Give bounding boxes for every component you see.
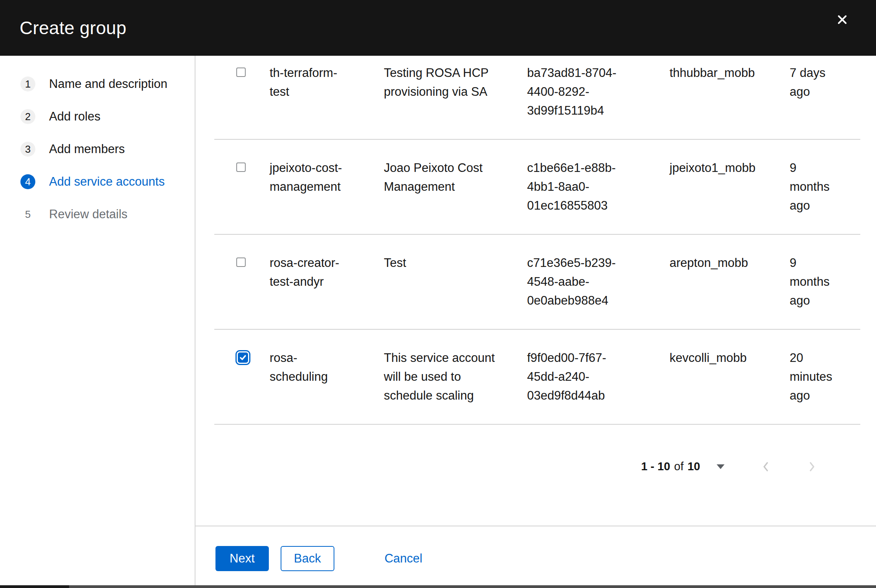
owner: kevcolli_mobb (670, 349, 783, 367)
row-checkbox[interactable] (236, 163, 246, 172)
service-account-name: th-terraform-test (270, 64, 348, 101)
pagination-range: 1 - 10 (641, 460, 670, 473)
step-number: 4 (20, 174, 35, 189)
chevron-right-icon (807, 460, 817, 473)
client-id: c71e36e5-b239-4548-aabe-0e0abeb988e4 (527, 254, 619, 310)
wizard-step-name-and-description[interactable]: 1 Name and description (20, 73, 195, 95)
client-id: ba73ad81-8704-4400-8292-3d99f15119b4 (527, 64, 619, 120)
owner: jpeixoto1_mobb (670, 159, 783, 177)
service-account-description: Joao Peixoto Cost Management (384, 159, 504, 196)
modal-header: Create group (0, 0, 876, 56)
horizontal-scrollbar[interactable] (0, 585, 876, 588)
step-label: Add service accounts (49, 175, 165, 189)
table-row: rosa-creator-test-andyr Test c71e36e5-b2… (214, 235, 860, 330)
time-created: 20 minutes ago (790, 349, 834, 405)
step-label: Name and description (49, 77, 168, 91)
row-checkbox-checked[interactable] (238, 352, 248, 363)
wizard-step-add-members[interactable]: 3 Add members (20, 138, 195, 160)
step-number: 3 (20, 142, 35, 157)
prev-page-button[interactable] (761, 460, 771, 475)
check-icon (239, 354, 246, 361)
client-id: f9f0ed00-7f67-45dd-a240-03ed9f8d44ab (527, 349, 619, 405)
table-row: th-terraform-test Testing ROSA HCP provi… (214, 56, 860, 140)
row-checkbox[interactable] (236, 68, 246, 77)
modal-body: 1 Name and description 2 Add roles 3 Add… (0, 56, 876, 585)
step-label: Add members (49, 142, 125, 156)
time-created: 9 months ago (790, 254, 834, 310)
service-account-name: jpeixoto-cost-management (270, 159, 348, 196)
wizard-footer: Next Back Cancel (195, 526, 876, 585)
next-button[interactable]: Next (215, 546, 269, 571)
caret-down-icon (717, 464, 725, 469)
wizard-step-add-roles[interactable]: 2 Add roles (20, 106, 195, 128)
step-number: 1 (20, 77, 35, 91)
wizard-step-review-details[interactable]: 5 Review details (20, 203, 195, 225)
wizard-nav: 1 Name and description 2 Add roles 3 Add… (0, 56, 195, 585)
step-label: Review details (49, 207, 128, 221)
chevron-left-icon (761, 460, 771, 473)
time-created: 9 months ago (790, 159, 834, 215)
owner: arepton_mobb (670, 254, 783, 272)
service-accounts-table: th-terraform-test Testing ROSA HCP provi… (214, 56, 860, 425)
pagination: 1 - 10 of 10 (195, 425, 876, 526)
service-account-description: This service account will be used to sch… (384, 349, 504, 405)
wizard-step-add-service-accounts[interactable]: 4 Add service accounts (20, 171, 195, 193)
client-id: c1be66e1-e88b-4bb1-8aa0-01ec16855803 (527, 159, 619, 215)
step-number: 5 (20, 207, 35, 222)
service-account-name: rosa-scheduling (270, 349, 348, 386)
cancel-button[interactable]: Cancel (385, 546, 423, 571)
table-row: jpeixoto-cost-management Joao Peixoto Co… (214, 140, 860, 235)
close-button[interactable] (831, 9, 853, 31)
row-checkbox[interactable] (236, 257, 246, 267)
service-account-name: rosa-creator-test-andyr (270, 254, 348, 291)
owner: thhubbar_mobb (670, 64, 783, 82)
step-number: 2 (20, 109, 35, 124)
scrollbar-thumb[interactable] (0, 585, 69, 588)
main-content: th-terraform-test Testing ROSA HCP provi… (195, 56, 876, 585)
pagination-total: 10 (688, 460, 700, 473)
create-group-modal: Create group 1 Name and description 2 Ad… (0, 0, 876, 588)
service-account-description: Test (384, 254, 504, 272)
back-button[interactable]: Back (281, 546, 334, 571)
service-account-description: Testing ROSA HCP provisioning via SA (384, 64, 504, 101)
modal-title: Create group (20, 17, 126, 38)
close-icon (834, 12, 850, 27)
per-page-toggle[interactable]: 1 - 10 of 10 (641, 460, 725, 473)
step-label: Add roles (49, 110, 100, 124)
time-created: 7 days ago (790, 64, 834, 101)
next-page-button[interactable] (807, 460, 817, 475)
table-row: rosa-scheduling This service account wil… (214, 330, 860, 425)
pagination-of-label: of (674, 460, 684, 473)
